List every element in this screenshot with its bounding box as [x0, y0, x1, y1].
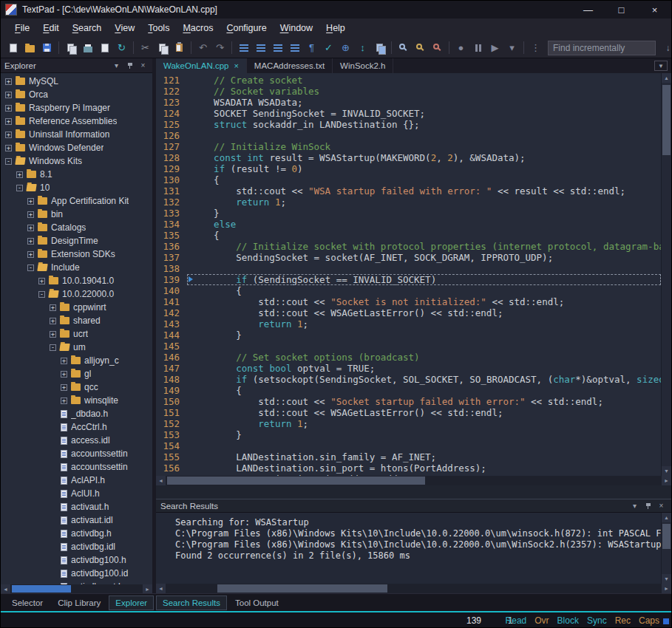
code-line[interactable]: 149 {: [156, 385, 661, 396]
code-line[interactable]: 122 // Socket variables: [156, 86, 661, 97]
menu-item-file[interactable]: File: [8, 20, 36, 36]
expand-icon[interactable]: +: [5, 78, 12, 85]
dictionary-icon[interactable]: ⊕: [337, 40, 354, 56]
undo-icon[interactable]: ↶: [194, 40, 211, 56]
code-line[interactable]: 141 std::cout << "Socket is not initiali…: [156, 296, 661, 307]
sort-icon[interactable]: ↕: [354, 40, 371, 56]
record-macro-icon[interactable]: ●: [452, 40, 469, 56]
explorer-horizontal-scrollbar[interactable]: ◄ ►: [1, 584, 152, 593]
scroll-track[interactable]: [10, 584, 143, 593]
code-line[interactable]: 130 {: [156, 174, 661, 185]
menu-item-view[interactable]: View: [108, 20, 141, 36]
cut-icon[interactable]: ✂: [137, 40, 154, 56]
expand-icon[interactable]: +: [27, 211, 34, 218]
search-result-line[interactable]: Searching for: WSAStartup: [175, 517, 661, 528]
tree-item[interactable]: +Uninstall Information: [1, 128, 152, 141]
pin-icon[interactable]: [642, 501, 654, 511]
spell-check-icon[interactable]: ✓: [320, 40, 337, 56]
scroll-thumb[interactable]: [12, 585, 71, 593]
scroll-track[interactable]: [662, 83, 671, 466]
menu-item-search[interactable]: Search: [66, 20, 109, 36]
expand-icon[interactable]: +: [16, 171, 23, 178]
tree-item[interactable]: +Extension SDKs: [1, 248, 152, 261]
code-line[interactable]: 153 }: [156, 429, 661, 440]
tree-item[interactable]: activdbg100.h: [1, 553, 152, 567]
tree-item[interactable]: +App Certification Kit: [1, 194, 152, 208]
scroll-track[interactable]: [166, 476, 662, 485]
menu-item-tools[interactable]: Tools: [141, 20, 176, 36]
scroll-down-icon[interactable]: ▼: [662, 466, 671, 476]
indent-icon[interactable]: [252, 40, 269, 56]
tree-item[interactable]: +MySQL: [1, 75, 152, 88]
new-file-icon[interactable]: [4, 40, 21, 56]
copy-icon[interactable]: [154, 40, 171, 56]
tree-item[interactable]: activdbg100.id: [1, 567, 152, 580]
tree-item[interactable]: AclUI.h: [1, 487, 152, 500]
scroll-up-icon[interactable]: ▲: [662, 73, 671, 83]
collapse-icon[interactable]: -: [38, 291, 45, 298]
scroll-thumb[interactable]: [217, 584, 387, 593]
expand-icon[interactable]: +: [27, 225, 34, 231]
tree-item[interactable]: accountssettin: [1, 460, 152, 474]
toolbar-overflow-icon[interactable]: ⋮: [527, 40, 544, 56]
find-next-icon[interactable]: [412, 40, 429, 56]
expand-icon[interactable]: +: [5, 132, 12, 138]
reload-icon[interactable]: ↻: [113, 40, 130, 56]
tree-item[interactable]: AccCtrl.h: [1, 420, 152, 434]
tree-item[interactable]: -10: [1, 181, 152, 194]
code-line[interactable]: 132 return 1;: [156, 197, 661, 208]
expand-icon[interactable]: +: [50, 318, 56, 324]
tree-item[interactable]: activaut.idl: [1, 513, 152, 527]
expand-icon[interactable]: +: [5, 145, 12, 151]
expand-icon[interactable]: +: [61, 358, 67, 364]
paste-icon[interactable]: [171, 40, 188, 56]
code-line[interactable]: 139 if (SendingSocket == INVALID_SOCKET): [156, 274, 661, 285]
expand-icon[interactable]: +: [61, 397, 67, 404]
code-line[interactable]: 131 std::cout << "WSA startup failed wit…: [156, 185, 661, 197]
scroll-left-icon[interactable]: ◄: [1, 584, 10, 593]
menu-item-configure[interactable]: Configure: [220, 20, 273, 36]
collapse-icon[interactable]: -: [50, 344, 56, 351]
tree-item[interactable]: +winsqlite: [1, 394, 152, 407]
tree-item[interactable]: +Orca: [1, 88, 152, 101]
code-line[interactable]: 154: [156, 440, 661, 451]
find-down-icon[interactable]: ↓: [661, 41, 672, 55]
code-line[interactable]: 135 {: [156, 230, 661, 241]
code-line[interactable]: 121 // Create socket: [156, 75, 661, 86]
code-line[interactable]: 128 const int result = WSAStartup(MAKEWO…: [156, 152, 661, 163]
pin-icon[interactable]: [124, 61, 135, 71]
play-macro-icon[interactable]: ▶: [486, 40, 503, 56]
scroll-up-icon[interactable]: ▲: [662, 513, 671, 522]
tree-item[interactable]: +Windows Defender: [1, 141, 152, 154]
scroll-right-icon[interactable]: ►: [143, 584, 152, 593]
menu-item-macros[interactable]: Macros: [176, 20, 220, 36]
tab-list-dropdown-icon[interactable]: ▼: [654, 61, 668, 71]
tree-item[interactable]: +Catalogs: [1, 221, 152, 234]
code-line[interactable]: 143 return 1;: [156, 318, 661, 330]
code-line[interactable]: 127 // Initialize WinSock: [156, 141, 661, 152]
scroll-down-icon[interactable]: ▼: [662, 574, 671, 584]
code-line[interactable]: 146 // Set socket options (broadcast): [156, 352, 661, 363]
tree-item[interactable]: +qcc: [1, 380, 152, 394]
results-splitter[interactable]: [156, 485, 671, 499]
scroll-thumb[interactable]: [662, 524, 671, 549]
collapse-icon[interactable]: -: [16, 185, 23, 191]
scroll-thumb[interactable]: [662, 85, 671, 155]
scroll-right-icon[interactable]: ►: [662, 476, 671, 485]
tree-item[interactable]: -Include: [1, 261, 152, 274]
search-result-line[interactable]: C:\Program Files (x86)\Windows Kits\10\I…: [175, 539, 661, 550]
print-preview-icon[interactable]: [96, 40, 113, 56]
print-icon[interactable]: [79, 40, 96, 56]
tree-item[interactable]: +gl: [1, 367, 152, 380]
code-line[interactable]: 138: [156, 263, 661, 274]
expand-icon[interactable]: +: [61, 384, 67, 391]
code-line[interactable]: 152 return 1;: [156, 418, 661, 429]
menu-item-edit[interactable]: Edit: [36, 20, 66, 36]
scroll-thumb[interactable]: [167, 477, 425, 485]
code-line[interactable]: 142 std::cout << WSAGetLastError() << st…: [156, 307, 661, 318]
editor-vertical-scrollbar[interactable]: ▲ ▼: [661, 73, 671, 476]
search-result-line[interactable]: Found 2 occurrence(s) in 2 file(s), 1586…: [175, 550, 661, 562]
tree-item[interactable]: +8.1: [1, 168, 152, 181]
code-line[interactable]: 133 }: [156, 208, 661, 219]
word-wrap-icon[interactable]: [286, 40, 303, 56]
